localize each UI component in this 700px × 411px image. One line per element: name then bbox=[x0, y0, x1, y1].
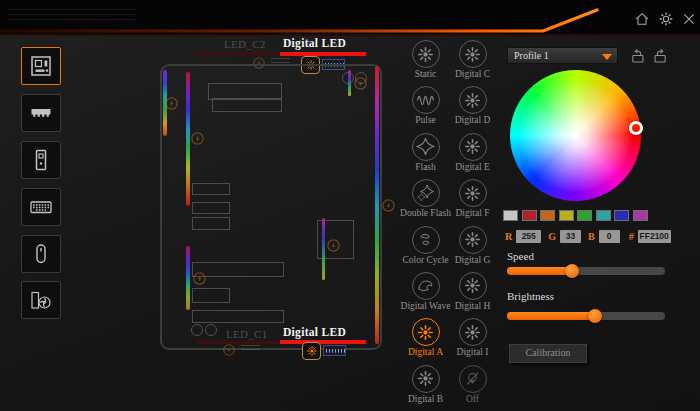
pc-case-icon bbox=[29, 148, 53, 172]
g-value-field[interactable]: 33 bbox=[560, 230, 581, 243]
led-zone-icon[interactable] bbox=[192, 271, 207, 286]
home-icon[interactable] bbox=[634, 11, 650, 27]
hex-value-field[interactable]: FF2100 bbox=[638, 230, 671, 243]
swatch[interactable] bbox=[540, 210, 555, 221]
r-value-field[interactable]: 255 bbox=[516, 230, 541, 243]
g-label: G bbox=[548, 231, 556, 242]
color-swatches bbox=[503, 210, 648, 221]
profile-dropdown[interactable]: Profile 1 bbox=[507, 47, 618, 64]
flash-star-icon bbox=[416, 137, 435, 156]
brightness-slider-thumb[interactable] bbox=[588, 309, 602, 323]
memory-icon bbox=[29, 101, 53, 125]
effect-static[interactable]: Static bbox=[402, 40, 449, 86]
led-zone-icon[interactable] bbox=[326, 238, 341, 253]
title-bar bbox=[0, 0, 700, 34]
double-flash-icon bbox=[416, 184, 435, 203]
rgb-strip bbox=[322, 218, 325, 280]
sidebar-item-mouse[interactable] bbox=[21, 235, 61, 273]
zone-tab-led-c1[interactable]: LED_C1 bbox=[226, 328, 268, 340]
sidebar-item-memory[interactable] bbox=[21, 94, 61, 132]
effects-list: Static Digital C Pulse Digital D Flash D… bbox=[402, 40, 496, 411]
zone-tab-led-c2[interactable]: LED_C2 bbox=[224, 38, 266, 50]
swatch[interactable] bbox=[596, 210, 611, 221]
sun-icon bbox=[463, 323, 482, 342]
sun-icon bbox=[306, 345, 318, 357]
zone-tab-digital-led-top[interactable]: Digital LED bbox=[283, 37, 346, 49]
speed-slider-thumb[interactable] bbox=[565, 264, 579, 278]
sun-icon bbox=[463, 137, 482, 156]
pulse-wave-icon bbox=[416, 91, 435, 110]
rgb-strip bbox=[186, 246, 190, 310]
hex-label: # bbox=[629, 231, 634, 242]
sidebar-item-pc-case[interactable] bbox=[21, 141, 61, 179]
effect-digital-c[interactable]: Digital C bbox=[449, 40, 496, 86]
effect-double-flash[interactable]: Double Flash bbox=[402, 179, 449, 225]
import-profile-icon[interactable] bbox=[629, 47, 646, 64]
sun-icon bbox=[416, 369, 435, 388]
brightness-slider-fill bbox=[507, 312, 595, 320]
sidebar-item-keyboard[interactable] bbox=[21, 188, 61, 226]
color-picker-cursor[interactable] bbox=[629, 121, 643, 135]
sun-icon bbox=[463, 91, 482, 110]
sun-icon bbox=[463, 230, 482, 249]
effect-digital-b[interactable]: Digital B bbox=[402, 365, 449, 411]
export-profile-icon[interactable] bbox=[652, 47, 669, 64]
sun-icon bbox=[463, 276, 482, 295]
brightness-slider[interactable] bbox=[507, 312, 665, 320]
rgb-values: R 255 G 33 B 0 # FF2100 bbox=[505, 230, 671, 243]
effect-digital-h[interactable]: Digital H bbox=[449, 272, 496, 318]
keyboard-icon bbox=[29, 195, 53, 219]
effect-digital-g[interactable]: Digital G bbox=[449, 226, 496, 272]
effect-color-cycle[interactable]: Color Cycle bbox=[402, 226, 449, 272]
led-zone-icon[interactable] bbox=[222, 343, 236, 361]
swatch[interactable] bbox=[503, 210, 518, 221]
swatch[interactable] bbox=[559, 210, 574, 221]
rgb-strip bbox=[348, 70, 351, 96]
zone-tab-digital-led-bottom[interactable]: Digital LED bbox=[283, 326, 346, 338]
effect-flash[interactable]: Flash bbox=[402, 133, 449, 179]
profile-value: Profile 1 bbox=[514, 50, 549, 61]
close-icon[interactable] bbox=[681, 11, 697, 27]
color-wheel[interactable] bbox=[510, 70, 641, 201]
pcie-slot bbox=[192, 183, 230, 195]
pcie-slot bbox=[192, 288, 230, 303]
brightness-label: Brightness bbox=[507, 290, 554, 302]
calibration-button[interactable]: Calibration bbox=[509, 344, 587, 363]
zone-underline bbox=[197, 341, 289, 344]
effect-digital-e[interactable]: Digital E bbox=[449, 133, 496, 179]
effect-digital-i[interactable]: Digital I bbox=[449, 318, 496, 364]
pcie-slot bbox=[192, 202, 230, 214]
led-zone-icon[interactable] bbox=[353, 76, 368, 91]
effect-digital-d[interactable]: Digital D bbox=[449, 86, 496, 132]
led-zone-icon[interactable] bbox=[381, 198, 396, 213]
led-zone-icon[interactable] bbox=[164, 96, 179, 111]
digital-led-chip-badge bbox=[323, 345, 346, 356]
effect-off[interactable]: Off bbox=[449, 365, 496, 411]
swatch[interactable] bbox=[633, 210, 648, 221]
pcie-slot bbox=[192, 217, 230, 230]
swatch[interactable] bbox=[522, 210, 537, 221]
effect-digital-a[interactable]: Digital A bbox=[402, 318, 449, 364]
swatch[interactable] bbox=[614, 210, 629, 221]
speed-slider-fill bbox=[507, 267, 572, 275]
sun-icon bbox=[463, 184, 482, 203]
b-value-field[interactable]: 0 bbox=[599, 230, 620, 243]
sun-icon bbox=[463, 45, 482, 64]
zone-underline-active bbox=[280, 340, 366, 344]
rgb-strip bbox=[375, 66, 379, 344]
board-circle bbox=[191, 324, 203, 336]
ram-slot bbox=[212, 98, 282, 112]
effect-digital-f[interactable]: Digital F bbox=[449, 179, 496, 225]
speed-slider[interactable] bbox=[507, 267, 665, 275]
digital-led-zone-button[interactable] bbox=[302, 342, 321, 360]
effect-digital-wave[interactable]: Digital Wave bbox=[402, 272, 449, 318]
mouse-icon bbox=[29, 242, 53, 266]
effect-pulse[interactable]: Pulse bbox=[402, 86, 449, 132]
swatch[interactable] bbox=[577, 210, 592, 221]
led-zone-icon[interactable] bbox=[190, 131, 205, 146]
gear-icon[interactable] bbox=[658, 11, 674, 27]
sidebar-item-motherboard[interactable] bbox=[21, 47, 61, 85]
speed-label: Speed bbox=[507, 250, 534, 262]
zone-underline-active bbox=[280, 52, 366, 56]
sidebar-item-peripherals[interactable] bbox=[21, 281, 61, 319]
